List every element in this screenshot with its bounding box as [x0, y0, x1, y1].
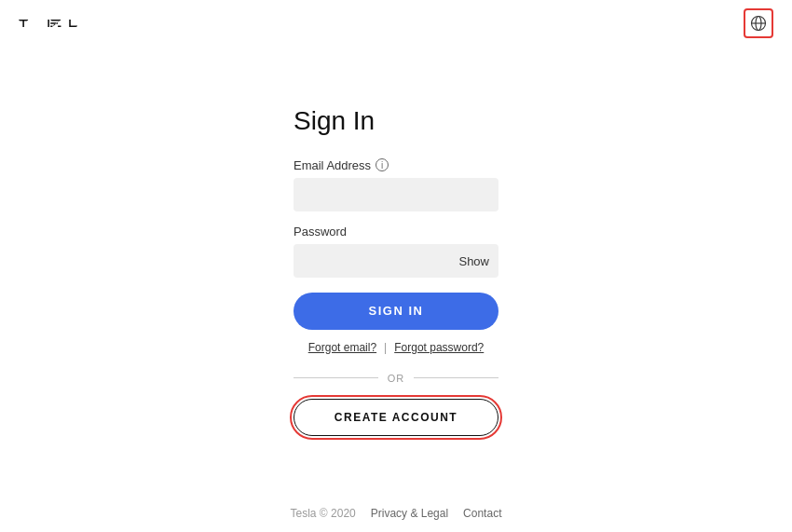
forgot-email-link[interactable]: Forgot email?: [308, 341, 376, 354]
globe-icon-button[interactable]: [744, 8, 773, 38]
sign-in-form: Sign In Email Address i Password Show SI…: [294, 106, 498, 436]
password-label: Password: [294, 225, 498, 239]
form-title: Sign In: [294, 106, 498, 136]
or-line-right: [414, 377, 498, 378]
password-wrapper: Show: [294, 244, 498, 278]
footer: Tesla © 2020 Privacy & Legal Contact: [0, 495, 792, 532]
main-content: Sign In Email Address i Password Show SI…: [0, 47, 792, 495]
globe-icon: [750, 15, 767, 32]
forgot-password-link[interactable]: Forgot password?: [394, 341, 484, 354]
or-line-left: [294, 377, 378, 378]
contact-link[interactable]: Contact: [463, 507, 501, 520]
privacy-legal-link[interactable]: Privacy & Legal: [371, 507, 448, 520]
email-label: Email Address i: [294, 158, 498, 172]
show-password-button[interactable]: Show: [458, 253, 489, 267]
links-divider: |: [384, 341, 387, 354]
create-account-button[interactable]: CREATE ACCOUNT: [294, 399, 498, 436]
sign-in-button[interactable]: SIGN IN: [294, 293, 498, 330]
or-divider: OR: [294, 373, 498, 384]
email-info-icon[interactable]: i: [376, 158, 389, 171]
header: [0, 0, 792, 47]
email-input[interactable]: [294, 178, 498, 211]
tesla-logo: [19, 14, 93, 33]
or-text: OR: [388, 373, 405, 384]
forgot-links-row: Forgot email? | Forgot password?: [294, 341, 498, 354]
footer-copyright: Tesla © 2020: [291, 507, 356, 520]
